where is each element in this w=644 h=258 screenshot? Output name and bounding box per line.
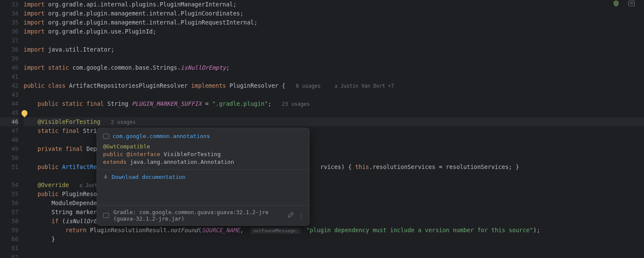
code-line[interactable] (24, 90, 644, 99)
popup-body: com.google.common.annotations @GwtCompat… (97, 128, 309, 205)
code-line[interactable]: public class ArtifactRepositoriesPluginR… (24, 81, 644, 90)
code-line[interactable]: import static com.google.common.base.Str… (24, 63, 644, 72)
editor-top-icons (612, 0, 635, 9)
usages-hint[interactable]: 23 usages (282, 101, 310, 107)
code-line[interactable]: import org.gradle.plugin.use.PluginId; (24, 27, 644, 36)
line-number: 45 (0, 108, 18, 117)
line-number (0, 172, 18, 181)
line-number: 39 (0, 54, 18, 63)
line-number: 47 (0, 126, 18, 135)
line-number-gutter: 33 34 35 36 37 38 39 40 41 42 43 44 45 4… (0, 0, 24, 258)
line-number: 40 (0, 63, 18, 72)
line-number: 44 (0, 99, 18, 108)
code-line[interactable]: public static final String PLUGIN_MARKER… (24, 99, 644, 108)
line-number: 62 (0, 253, 18, 258)
doc-signature: @GwtCompatible public @interface Visible… (103, 143, 303, 166)
line-number: 55 (0, 190, 18, 199)
code-line[interactable]: @VisibleForTesting 2 usages (24, 117, 644, 126)
edit-icon[interactable] (287, 212, 294, 220)
line-number: 41 (0, 72, 18, 81)
library-icon (103, 213, 109, 218)
popup-footer: Gradle: com.google.common.guava:guava:32… (97, 205, 309, 225)
line-number: 35 (0, 18, 18, 27)
line-number: 49 (0, 144, 18, 154)
line-number: 48 (0, 135, 18, 144)
code-line[interactable]: import org.gradle.plugin.management.inte… (24, 18, 644, 27)
code-line[interactable]: } (24, 235, 644, 244)
code-line[interactable]: return PluginResolutionResult.notFound(S… (24, 226, 644, 235)
line-number: 61 (0, 244, 18, 253)
line-number: 42 (0, 81, 18, 90)
line-number: 43 (0, 90, 18, 99)
line-number: 34 (0, 9, 18, 18)
line-number: 38 (0, 45, 18, 54)
code-line[interactable] (24, 54, 644, 63)
artifact-source: Gradle: com.google.common.guava:guava:32… (113, 209, 283, 222)
svg-rect-0 (629, 1, 635, 6)
code-line[interactable]: import org.gradle.api.internal.plugins.P… (24, 0, 644, 9)
line-number: 51 (0, 163, 18, 172)
code-line[interactable] (24, 36, 644, 45)
line-number: 37 (0, 36, 18, 45)
line-number: 56 (0, 199, 18, 208)
code-line[interactable] (24, 72, 644, 81)
line-number: 50 (0, 154, 18, 163)
download-documentation-link[interactable]: Download documentation (103, 170, 303, 184)
inspection-icon[interactable] (612, 0, 620, 9)
usages-hint[interactable]: 2 usages (111, 119, 136, 125)
code-line[interactable] (24, 244, 644, 253)
package-icon (103, 134, 109, 139)
author-hint[interactable]: ± Justin Van Dort +7 (334, 83, 394, 89)
quick-doc-popup[interactable]: com.google.common.annotations @GwtCompat… (97, 128, 310, 226)
reader-mode-icon[interactable] (628, 0, 635, 9)
line-number: 60 (0, 235, 18, 244)
more-icon[interactable]: ⋮ (298, 212, 303, 219)
code-line[interactable]: import java.util.Iterator; (24, 45, 644, 54)
line-number: 57 (0, 208, 18, 217)
parameter-hint: notFoundMessage: (250, 227, 301, 234)
line-number: 46 (0, 117, 18, 126)
download-icon (103, 175, 108, 180)
code-line[interactable] (24, 108, 644, 117)
usages-hint[interactable]: 8 usages (296, 83, 321, 89)
line-number: 59 (0, 226, 18, 235)
line-number: 33 (0, 0, 18, 9)
line-number: 36 (0, 27, 18, 36)
line-number: 54 (0, 181, 18, 190)
code-line[interactable]: import org.gradle.plugin.management.inte… (24, 9, 644, 18)
line-number: 58 (0, 217, 18, 226)
package-link[interactable]: com.google.common.annotations (103, 132, 303, 140)
